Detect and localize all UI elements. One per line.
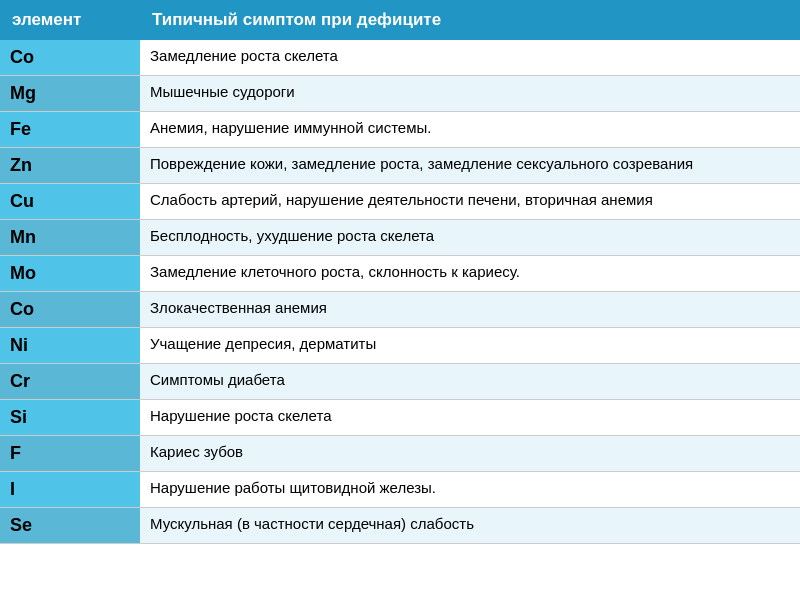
element-cell: Zn: [0, 148, 140, 184]
symptom-cell: Замедление клеточного роста, склонность …: [140, 256, 800, 292]
symptom-cell: Симптомы диабета: [140, 364, 800, 400]
element-cell: Ni: [0, 328, 140, 364]
table-row: CoЗлокачественная анемия: [0, 292, 800, 328]
deficiency-table: элемент Типичный симптом при дефиците Co…: [0, 0, 800, 544]
header-element: элемент: [0, 0, 140, 40]
symptom-cell: Повреждение кожи, замедление роста, заме…: [140, 148, 800, 184]
symptom-cell: Замедление роста скелета: [140, 40, 800, 76]
element-cell: Mg: [0, 76, 140, 112]
element-cell: Fe: [0, 112, 140, 148]
element-cell: Si: [0, 400, 140, 436]
symptom-cell: Слабость артерий, нарушение деятельности…: [140, 184, 800, 220]
table-row: MnБесплодность, ухудшение роста скелета: [0, 220, 800, 256]
table-row: MoЗамедление клеточного роста, склонност…: [0, 256, 800, 292]
symptom-cell: Кариес зубов: [140, 436, 800, 472]
symptom-cell: Нарушение роста скелета: [140, 400, 800, 436]
element-cell: Cu: [0, 184, 140, 220]
table-row: FeАнемия, нарушение иммунной системы.: [0, 112, 800, 148]
table-row: IНарушение работы щитовидной железы.: [0, 472, 800, 508]
table-row: CoЗамедление роста скелета: [0, 40, 800, 76]
element-cell: Se: [0, 508, 140, 544]
symptom-cell: Учащение депресия, дерматиты: [140, 328, 800, 364]
symptom-cell: Бесплодность, ухудшение роста скелета: [140, 220, 800, 256]
header-symptom: Типичный симптом при дефиците: [140, 0, 800, 40]
table-row: FКариес зубов: [0, 436, 800, 472]
element-cell: Mn: [0, 220, 140, 256]
table-row: CrСимптомы диабета: [0, 364, 800, 400]
symptom-cell: Нарушение работы щитовидной железы.: [140, 472, 800, 508]
table-row: CuСлабость артерий, нарушение деятельнос…: [0, 184, 800, 220]
element-cell: F: [0, 436, 140, 472]
element-cell: Co: [0, 292, 140, 328]
element-cell: Co: [0, 40, 140, 76]
element-cell: Cr: [0, 364, 140, 400]
symptom-cell: Мускульная (в частности сердечная) слабо…: [140, 508, 800, 544]
table-row: NiУчащение депресия, дерматиты: [0, 328, 800, 364]
table-row: MgМышечные судороги: [0, 76, 800, 112]
table-row: SiНарушение роста скелета: [0, 400, 800, 436]
symptom-cell: Анемия, нарушение иммунной системы.: [140, 112, 800, 148]
table-row: SeМускульная (в частности сердечная) сла…: [0, 508, 800, 544]
element-cell: I: [0, 472, 140, 508]
element-cell: Mo: [0, 256, 140, 292]
symptom-cell: Мышечные судороги: [140, 76, 800, 112]
symptom-cell: Злокачественная анемия: [140, 292, 800, 328]
table-row: ZnПовреждение кожи, замедление роста, за…: [0, 148, 800, 184]
